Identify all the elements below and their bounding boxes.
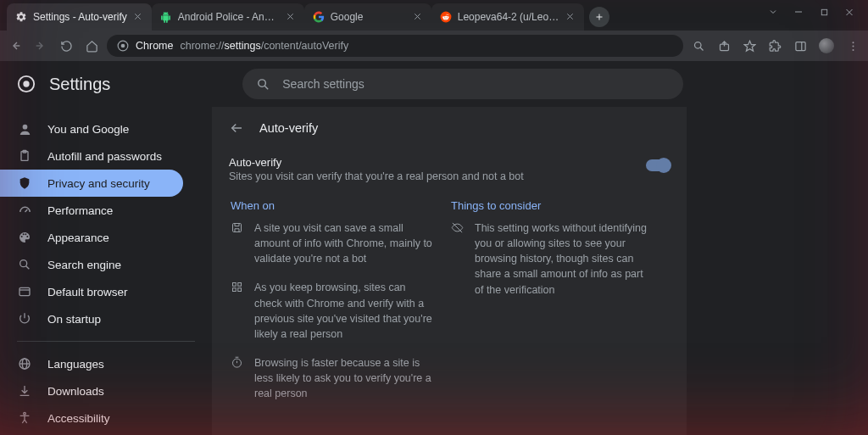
zoom-icon[interactable]: [692, 39, 705, 53]
tab-google[interactable]: Google: [304, 3, 431, 31]
setting-name: Auto-verify: [229, 156, 646, 169]
sidebar-item-label: Languages: [47, 358, 104, 371]
minimize-icon[interactable]: [793, 7, 804, 17]
palette-icon: [17, 230, 32, 245]
download-icon: [17, 383, 32, 399]
tab-android-police[interactable]: Android Police - Android phon: [152, 3, 304, 31]
svg-point-44: [24, 412, 26, 415]
person-icon: [17, 121, 32, 137]
sidebar-item-autofill[interactable]: Autofill and passwords: [0, 142, 183, 170]
menu-dots-icon[interactable]: [846, 39, 860, 53]
sidebar-item-label: Downloads: [47, 385, 104, 398]
svg-rect-50: [238, 288, 242, 292]
sidebar-item-label: Performance: [47, 204, 113, 217]
svg-point-30: [259, 79, 266, 86]
android-icon: [160, 11, 172, 23]
address-bar[interactable]: Chrome chrome://settings/content/autoVer…: [107, 35, 683, 57]
sidebar-item-label: You and Google: [47, 123, 129, 136]
extensions-icon[interactable]: [768, 39, 782, 53]
sidebar-item-label: Search engine: [47, 259, 121, 271]
tab-title: Settings - Auto-verify: [33, 11, 127, 23]
accessibility-icon: [17, 410, 32, 426]
page-title: Settings: [49, 75, 110, 94]
when-on-column: When on A site you visit can save a smal…: [231, 199, 434, 415]
forward-icon[interactable]: [34, 39, 47, 53]
svg-point-29: [23, 81, 29, 86]
sidebar-item-system[interactable]: System: [0, 432, 183, 435]
sidebar-item-you-and-google[interactable]: You and Google: [0, 115, 183, 142]
setting-description: Sites you visit can verify that you're a…: [229, 170, 646, 182]
info-item: This setting works without identifying y…: [451, 220, 654, 298]
chrome-page-icon: [117, 40, 129, 52]
setting-row-auto-verify: Auto-verify Sites you visit can verify t…: [212, 144, 687, 187]
panel-header: Auto-verify: [212, 107, 687, 144]
back-icon[interactable]: [8, 39, 22, 53]
search-settings-input[interactable]: [282, 77, 670, 91]
avatar[interactable]: [819, 38, 834, 53]
sidebar-item-label: On startup: [47, 313, 101, 326]
sidebar-divider: [17, 341, 195, 342]
home-icon[interactable]: [85, 39, 98, 53]
info-text: A site you visit can save a small amount…: [254, 220, 434, 266]
toggle-auto-verify[interactable]: [646, 159, 670, 171]
browser-toolbar: Chrome chrome://settings/content/autoVer…: [0, 31, 868, 61]
timer-icon: [231, 356, 244, 370]
sidebar-item-on-startup[interactable]: On startup: [0, 305, 183, 332]
close-icon[interactable]: [286, 12, 296, 22]
tab-strip: Settings - Auto-verify Android Police - …: [0, 0, 868, 31]
speed-icon: [17, 203, 32, 218]
globe-icon: [17, 356, 32, 371]
new-tab-button[interactable]: [589, 7, 609, 27]
things-to-consider-column: Things to consider This setting works wi…: [451, 199, 654, 415]
sidebar-item-search-engine[interactable]: Search engine: [0, 251, 183, 278]
sidebar-item-appearance[interactable]: Appearance: [0, 224, 183, 251]
bookmark-star-icon[interactable]: [743, 39, 756, 53]
svg-rect-49: [233, 288, 236, 292]
tab-title: Android Police - Android phon: [178, 11, 280, 23]
svg-point-32: [22, 124, 27, 129]
tab-reddit[interactable]: Leopeva64-2 (u/Leopeva64-2): [431, 3, 584, 31]
svg-marker-22: [744, 41, 755, 51]
sidebar-item-label: Privacy and security: [47, 177, 150, 190]
reload-icon[interactable]: [59, 39, 73, 53]
close-icon[interactable]: [413, 12, 423, 22]
search-settings-box[interactable]: [242, 69, 683, 99]
browser-icon: [17, 284, 32, 299]
sidebar-item-performance[interactable]: Performance: [0, 197, 183, 224]
info-item: A site you visit can save a small amount…: [231, 220, 434, 266]
svg-rect-47: [233, 283, 236, 287]
close-icon[interactable]: [133, 12, 143, 22]
back-arrow-icon[interactable]: [229, 120, 244, 136]
close-window-icon[interactable]: [844, 7, 854, 17]
sidebar-item-default-browser[interactable]: Default browser: [0, 278, 183, 305]
window-controls: [754, 0, 868, 24]
content-panel: Auto-verify Auto-verify Sites you visit …: [212, 107, 687, 435]
sidebar-item-label: Default browser: [47, 286, 128, 298]
info-text: As you keep browsing, sites can check wi…: [254, 280, 434, 342]
tab-title: Leopeva64-2 (u/Leopeva64-2): [458, 11, 559, 23]
url-scheme-label: Chrome: [136, 40, 173, 52]
sidebar-item-privacy[interactable]: Privacy and security: [0, 170, 183, 197]
chrome-logo-icon: [17, 75, 36, 93]
maximize-icon[interactable]: [819, 7, 829, 17]
tab-settings[interactable]: Settings - Auto-verify: [7, 3, 152, 31]
tab-title: Google: [331, 11, 407, 23]
close-icon[interactable]: [565, 12, 576, 22]
share-icon[interactable]: [717, 39, 731, 53]
settings-sidebar: You and Google Autofill and passwords Pr…: [0, 107, 212, 435]
sidebar-item-label: Autofill and passwords: [47, 150, 162, 163]
chevron-down-icon[interactable]: [768, 7, 778, 17]
svg-point-19: [694, 42, 701, 48]
sidebar-item-accessibility[interactable]: Accessibility: [0, 404, 183, 432]
reddit-icon: [440, 11, 452, 23]
search-icon: [17, 257, 32, 272]
sidebar-item-downloads[interactable]: Downloads: [0, 377, 183, 404]
info-item: Browsing is faster because a site is les…: [231, 355, 434, 401]
sidebar-item-languages[interactable]: Languages: [0, 350, 183, 377]
svg-rect-38: [19, 287, 30, 295]
side-panel-icon[interactable]: [793, 39, 807, 53]
settings-icon: [15, 11, 27, 23]
svg-point-26: [852, 45, 854, 47]
svg-point-18: [121, 44, 125, 48]
power-icon: [17, 311, 32, 326]
